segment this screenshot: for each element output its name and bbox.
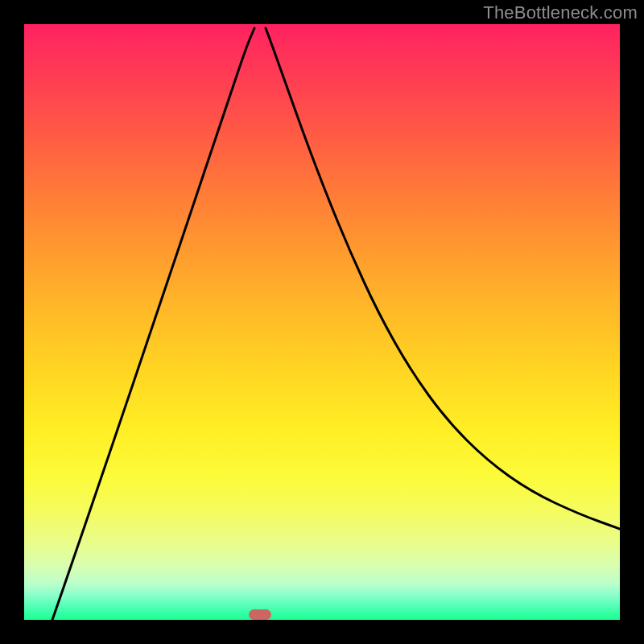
curve-right (266, 28, 620, 529)
chart-frame: TheBottleneck.com (0, 0, 644, 644)
plot-area (24, 24, 620, 620)
bottleneck-marker (249, 609, 271, 620)
curve-layer (24, 24, 620, 620)
watermark-text: TheBottleneck.com (483, 2, 638, 23)
curve-left (52, 28, 254, 620)
